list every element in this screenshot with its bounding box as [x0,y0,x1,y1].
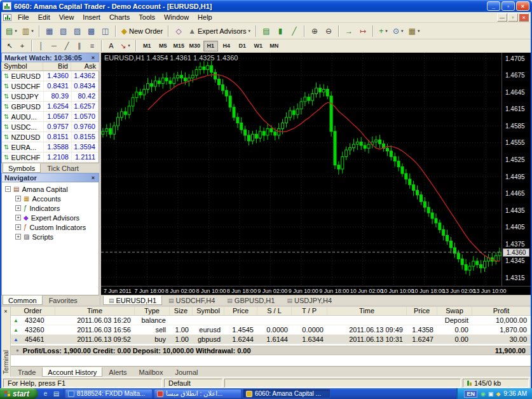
vertical-line-button[interactable]: │ [35,41,48,51]
terminal-tab-mailbox[interactable]: Mailbox [133,367,168,377]
update-tray-icon[interactable]: ◆ [496,391,500,397]
language-indicator[interactable]: EN [464,390,477,398]
profiles-button[interactable]: ▥▾ [20,24,36,38]
collapse-icon[interactable]: − [5,186,11,192]
market-watch-close-icon[interactable]: × [90,55,96,61]
market-watch-column-symbol[interactable]: Symbol [1,62,43,71]
minimize-button[interactable]: _ [487,1,500,11]
market-watch-row[interactable]: ⇅EURCHF1.21081.2111 [2,152,99,163]
timeframe-w1-button[interactable]: W1 [251,41,266,51]
data-window-button[interactable]: ▧ [57,24,71,38]
terminal-column-tp[interactable]: T / P [292,307,327,315]
chevron-down-icon[interactable]: ▾ [15,29,17,34]
new-chart-button[interactable]: ▤▾ [3,24,20,38]
tab-common[interactable]: Common [3,295,43,305]
tab-favorites[interactable]: Favorites [43,295,83,305]
close-button[interactable]: × [516,1,529,11]
horizontal-line-button[interactable]: ─ [48,41,60,51]
navigator-item-accounts[interactable]: +▦Accounts [2,194,99,203]
auto-scroll-button[interactable]: → [342,24,356,38]
timeframe-mn-button[interactable]: MN [267,41,282,51]
terminal-row[interactable]: ▲432402011.06.03 16:20balanceDeposit10,0… [11,316,531,325]
market-watch-row[interactable]: ⇅USDC...0.97570.9760 [2,122,99,132]
clock[interactable]: 9:36 AM [503,390,527,397]
terminal-column-profit[interactable]: Profit [472,307,531,315]
timeframe-m15-button[interactable]: M15 [172,41,186,51]
start-button[interactable]: start [0,388,38,399]
periods-button[interactable]: ⊙▾ [390,24,406,38]
terminal-column-order[interactable]: Order [11,307,55,315]
market-watch-row[interactable]: ⇅GBPUSD1.62541.6257 [2,102,99,112]
tab-symbols[interactable]: Symbols [3,163,41,173]
market-watch-row[interactable]: ⇅NZDUSD0.81510.8155 [2,132,99,142]
chart-candles-button[interactable]: ▮ [273,24,287,38]
app-icon[interactable] [3,2,11,10]
show-desktop-icon[interactable]: ▤ [51,390,61,397]
navigator-button[interactable]: ▨ [71,24,85,38]
metaeditor-button[interactable]: ◇ [172,24,186,38]
market-watch-column-bid[interactable]: Bid [43,62,71,71]
terminal-tab-alerts[interactable]: Alerts [103,367,132,377]
market-watch-row[interactable]: ⇅EURA...1.35881.3594 [2,142,99,152]
timeframe-m30-button[interactable]: M30 [188,41,202,51]
cursor-button[interactable]: ↖ [3,41,16,51]
strategy-tester-button[interactable]: ◫ [99,24,113,38]
menu-view[interactable]: View [55,13,79,22]
price-axis[interactable]: 1.47051.46751.46451.46151.45851.45551.45… [501,53,531,286]
chart-plot-area[interactable]: EURUSD,H1 1.4354 1.4361 1.4325 1.4360 [101,53,501,286]
terminal-column-time[interactable]: Time [55,307,135,315]
fibonacci-button[interactable]: ≡ [86,41,99,51]
new-order-button[interactable]: ◆New Order [119,24,165,38]
menu-edit[interactable]: Edit [34,13,55,22]
navigator-item-indicators[interactable]: +ƒIndicators [2,203,99,213]
market-watch-row[interactable]: ⇅USDCHF0.84310.8434 [2,81,99,91]
terminal-close-icon[interactable]: × [4,308,7,314]
terminal-column-time[interactable]: Time [327,307,407,315]
expand-icon[interactable]: + [15,205,21,211]
menu-insert[interactable]: Insert [78,13,105,22]
zoom-in-button[interactable]: ⊕ [308,24,322,38]
terminal-tab-trade[interactable]: Trade [12,367,41,377]
navigator-item-custom-indicators[interactable]: +ƒCustom Indicators [2,222,99,232]
chart-line-button[interactable]: ╱ [287,24,301,38]
navigator-item-scripts[interactable]: +▨Scripts [2,232,99,241]
status-profile[interactable]: Default [164,379,222,388]
menu-file[interactable]: File [13,13,34,22]
navigator-close-icon[interactable]: × [90,175,96,181]
chevron-down-icon[interactable]: ▾ [128,43,130,48]
market-watch-row[interactable]: ⇅AUDU...1.05671.0570 [2,112,99,122]
chevron-down-icon[interactable]: ▾ [248,29,250,34]
expand-icon[interactable]: + [15,234,21,240]
templates-button[interactable]: ▦▾ [406,24,423,38]
chart-window-icon[interactable] [3,14,11,21]
chart-tab-usdjpy-h4[interactable]: ▤USDJPY,H4 [281,295,338,305]
market-watch-header[interactable]: Market Watch: 10:36:05 × [1,53,99,62]
antivirus-tray-icon[interactable]: ◉ [481,391,486,397]
expand-icon[interactable]: + [15,196,21,201]
menu-window[interactable]: Window [160,13,193,22]
timeframe-d1-button[interactable]: D1 [235,41,250,51]
chart-tab-usdchf-h4[interactable]: ▤USDCHF,H4 [163,295,221,305]
terminal-row[interactable]: ▲432602011.06.03 16:56sell1.00eurusd1.45… [11,325,531,335]
menu-help[interactable]: Help [193,13,217,22]
navigator-header[interactable]: Navigator × [1,173,99,182]
chevron-down-icon[interactable]: ▾ [31,29,34,34]
time-axis[interactable]: 7 Jun 20117 Jun 18:008 Jun 02:008 Jun 10… [101,286,531,295]
timeframe-h4-button[interactable]: H4 [219,41,234,51]
navigator-item-expert-advisors[interactable]: +◆Expert Advisors [2,213,99,222]
timeframe-m5-button[interactable]: M5 [156,41,170,51]
expand-icon[interactable]: + [15,224,21,230]
timeframe-m1-button[interactable]: M1 [140,41,154,51]
chart-shift-button[interactable]: ↦ [356,24,370,38]
terminal-column-symbol[interactable]: Symbol [193,307,224,315]
chart-bars-button[interactable]: ▤ [259,24,273,38]
tab-tick-chart[interactable]: Tick Chart [41,163,85,173]
terminal-button[interactable]: ▩ [85,24,99,38]
trendline-button[interactable]: ╱ [60,41,73,51]
maximize-button[interactable]: ▫ [501,1,515,11]
chevron-down-icon[interactable]: ▾ [418,29,420,34]
taskbar-window-button[interactable]: 8188524: FXDD Malta... [65,389,153,398]
terminal-column-price[interactable]: Price [407,307,437,315]
menu-tools[interactable]: Tools [134,13,160,22]
zoom-out-button[interactable]: ⊖ [322,24,336,38]
